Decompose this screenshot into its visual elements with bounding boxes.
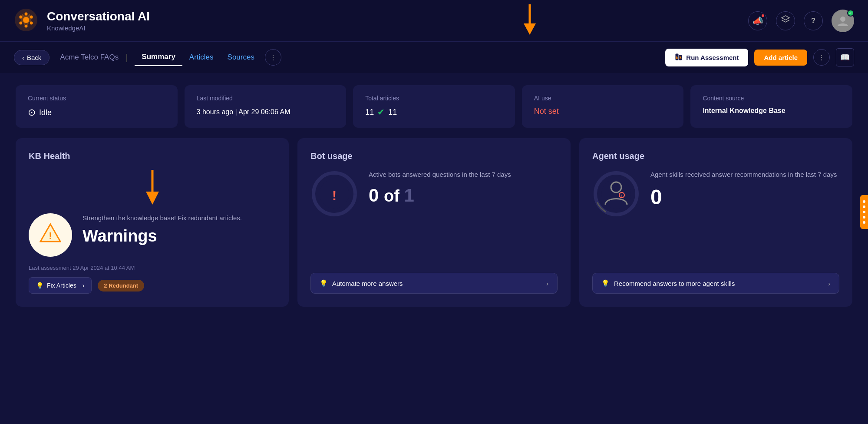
navbar-right-actions: Run Assessment Add article ⋮ 📖 bbox=[665, 48, 854, 66]
right-panel-indicator[interactable] bbox=[860, 195, 868, 229]
svg-point-4 bbox=[30, 21, 33, 24]
svg-text:!: ! bbox=[332, 188, 337, 203]
svg-point-3 bbox=[30, 15, 33, 18]
layers-icon bbox=[781, 15, 790, 26]
recommend-chevron-icon: › bbox=[828, 280, 830, 287]
book-icon: 📖 bbox=[840, 53, 850, 62]
bot-subtitle: Active bots answered questions in the la… bbox=[369, 170, 558, 180]
app-subtitle: KnowledgeAI bbox=[47, 24, 748, 32]
nav-divider: | bbox=[125, 53, 128, 63]
automate-answers-button[interactable]: 💡 Automate more answers › bbox=[310, 273, 558, 294]
stat-total-articles: Total articles 11 ✔ 11 bbox=[353, 85, 515, 128]
bot-text-area: Active bots answered questions in the la… bbox=[369, 170, 558, 206]
recommend-label: Recommend answers to more agent skills bbox=[614, 280, 735, 287]
idle-icon: ⊙ bbox=[28, 107, 36, 118]
help-button[interactable]: ? bbox=[804, 11, 823, 30]
kb-health-card: KB Health ! Strengthen the kno bbox=[16, 138, 289, 307]
main-content-area: KB Health ! Strengthen the kno bbox=[0, 128, 868, 322]
stat-label-articles: Total articles bbox=[365, 95, 503, 102]
kb-health-content: ! Strengthen the knowledge base! Fix red… bbox=[29, 213, 276, 257]
recommend-icon: 💡 bbox=[601, 279, 610, 287]
stat-last-modified: Last modified 3 hours ago | Apr 29 06:06… bbox=[185, 85, 347, 128]
panel-dot-1 bbox=[863, 200, 865, 203]
panel-dot-5 bbox=[863, 221, 865, 224]
automate-chevron-icon: › bbox=[546, 280, 548, 287]
articles-check-icon: ✔ bbox=[377, 107, 385, 117]
tab-articles[interactable]: Articles bbox=[182, 50, 221, 65]
app-title-group: Conversational AI KnowledgeAI bbox=[47, 10, 748, 32]
recommend-answers-button[interactable]: 💡 Recommend answers to more agent skills… bbox=[592, 273, 839, 294]
avatar-icon bbox=[836, 14, 850, 28]
svg-marker-9 bbox=[524, 23, 536, 35]
agent-usage-content: ! Agent skills received answer recommend… bbox=[592, 170, 839, 260]
avatar-online-indicator: ✓ bbox=[847, 10, 854, 17]
automate-label: Automate more answers bbox=[332, 280, 403, 287]
fix-articles-button[interactable]: 💡 Fix Articles › bbox=[29, 277, 92, 294]
bot-usage-title: Bot usage bbox=[310, 151, 558, 161]
agent-usage-title: Agent usage bbox=[592, 151, 839, 161]
tab-summary[interactable]: Summary bbox=[135, 49, 182, 66]
kb-arrow-icon bbox=[144, 170, 161, 205]
stat-current-status: Current status ⊙ Idle bbox=[16, 85, 178, 128]
stat-value-articles: 11 ✔ 11 bbox=[365, 107, 503, 117]
stat-content-source: Content source Internal Knowledge Base bbox=[690, 85, 852, 128]
add-article-button[interactable]: Add article bbox=[754, 50, 807, 66]
run-assessment-button[interactable]: Run Assessment bbox=[665, 49, 748, 66]
nav-more-button[interactable]: ⋮ bbox=[265, 49, 281, 66]
run-assessment-label: Run Assessment bbox=[686, 54, 739, 61]
svg-point-2 bbox=[25, 12, 28, 15]
svg-text:!: ! bbox=[621, 194, 623, 198]
bot-total-count: 1 bbox=[404, 185, 414, 205]
back-button[interactable]: ‹ Back bbox=[14, 50, 50, 65]
arrow-annotation-top bbox=[521, 4, 538, 35]
help-icon: ? bbox=[811, 17, 815, 25]
layers-button[interactable] bbox=[776, 11, 795, 30]
agent-usage-card: Agent usage ! Agent skills recei bbox=[579, 138, 852, 307]
svg-text:!: ! bbox=[49, 230, 52, 241]
kb-actions: 💡 Fix Articles › 2 Redundant bbox=[29, 277, 276, 294]
agent-text-area: Agent skills received answer recommendat… bbox=[650, 170, 839, 209]
bot-active-count: 0 bbox=[369, 185, 379, 205]
bot-usage-gauge: ! bbox=[310, 170, 358, 218]
knowledge-base-view-button[interactable]: 📖 bbox=[836, 48, 854, 66]
warning-triangle-icon: ! bbox=[40, 223, 61, 247]
kb-health-title: KB Health bbox=[29, 151, 276, 161]
navbar-overflow-button[interactable]: ⋮ bbox=[813, 49, 830, 66]
agent-count: 0 bbox=[650, 185, 839, 209]
redundant-badge: 2 Redundant bbox=[98, 280, 144, 292]
bot-usage-content: ! Active bots answered questions in the … bbox=[310, 170, 558, 260]
bot-count: 0 of 1 bbox=[369, 185, 558, 206]
articles-active-count: 11 bbox=[388, 108, 397, 117]
kb-main-status: Warnings bbox=[83, 227, 276, 245]
header-actions: 📣 ? ✓ bbox=[748, 10, 854, 32]
user-avatar-button[interactable]: ✓ bbox=[832, 10, 854, 32]
stat-label-modified: Last modified bbox=[197, 95, 334, 102]
svg-point-6 bbox=[19, 21, 22, 24]
overflow-ellipsis-icon: ⋮ bbox=[818, 53, 825, 62]
panel-dot-3 bbox=[863, 211, 865, 213]
fix-articles-chevron: › bbox=[83, 282, 85, 289]
stat-value-content-source: Internal Knowledge Base bbox=[703, 107, 840, 115]
automate-icon: 💡 bbox=[320, 279, 328, 287]
warning-circle: ! bbox=[29, 213, 72, 257]
breadcrumb: Acme Telco FAQs bbox=[60, 53, 119, 62]
fix-articles-icon: 💡 bbox=[36, 282, 43, 289]
bot-count-separator: of bbox=[384, 187, 404, 205]
notifications-button[interactable]: 📣 bbox=[748, 11, 767, 30]
svg-point-7 bbox=[19, 15, 22, 18]
agent-usage-gauge: ! bbox=[592, 170, 640, 218]
notification-dot bbox=[761, 13, 765, 18]
svg-point-5 bbox=[25, 24, 28, 27]
kb-subtitle: Strengthen the knowledge base! Fix redun… bbox=[83, 213, 276, 223]
tab-sources[interactable]: Sources bbox=[221, 50, 261, 65]
ellipsis-icon: ⋮ bbox=[270, 53, 277, 62]
svg-marker-14 bbox=[146, 192, 159, 205]
kb-arrow-down bbox=[29, 170, 276, 205]
stats-row: Current status ⊙ Idle Last modified 3 ho… bbox=[0, 73, 868, 128]
app-title: Conversational AI bbox=[47, 10, 748, 23]
app-header: Conversational AI KnowledgeAI 📣 ? bbox=[0, 0, 868, 42]
svg-point-10 bbox=[840, 17, 845, 22]
navigation-bar: ‹ Back Acme Telco FAQs | Summary Article… bbox=[0, 42, 868, 73]
stat-label-status: Current status bbox=[28, 95, 165, 102]
stat-ai-use: AI use Not set bbox=[522, 85, 684, 128]
